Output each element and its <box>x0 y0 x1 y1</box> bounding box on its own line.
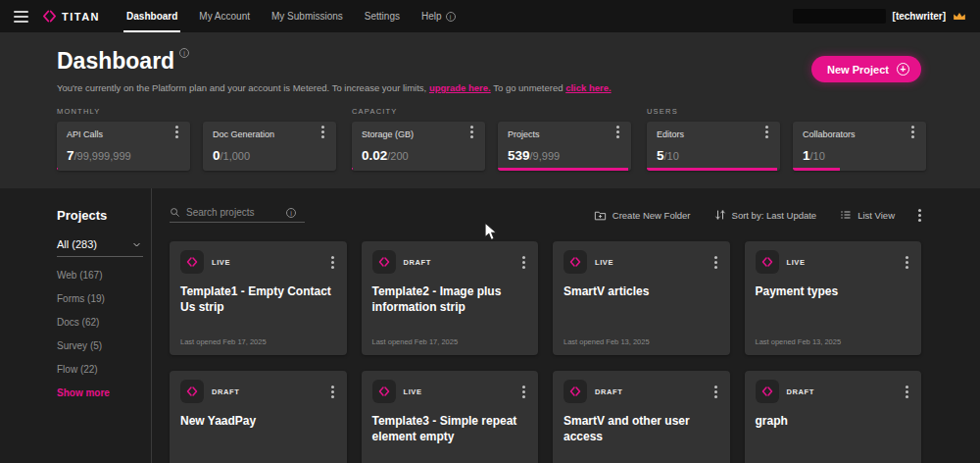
status-badge: LIVE <box>404 387 422 396</box>
stat-total: /9,999 <box>530 150 561 162</box>
project-logo-icon <box>756 380 779 403</box>
nav-item-help[interactable]: Help <box>411 0 466 32</box>
main-nav: Dashboard My Account My Submissions Sett… <box>116 0 466 32</box>
project-title: SmartV articles <box>564 283 719 299</box>
create-new-folder-button[interactable]: Create New Folder <box>594 209 691 222</box>
sort-icon <box>714 209 726 221</box>
nav-item-dashboard[interactable]: Dashboard <box>116 0 188 32</box>
project-card[interactable]: LIVE Template1 - Empty Contact Us strip … <box>170 241 347 355</box>
project-filter-dropdown[interactable]: All (283) <box>57 238 143 257</box>
project-logo-icon <box>564 250 587 274</box>
project-card[interactable]: DRAFT SmartV and other user access Last … <box>553 371 730 463</box>
folder-plus-icon <box>594 209 607 222</box>
project-title: New YaadPay <box>180 413 336 429</box>
projects-sidebar: Projects All (283) Web (167) Forms (19) … <box>0 188 152 463</box>
create-new-folder-label: Create New Folder <box>612 210 691 221</box>
kebab-menu-icon[interactable] <box>470 130 473 133</box>
hamburger-menu-icon[interactable] <box>14 11 28 23</box>
search-box <box>170 207 305 223</box>
progress-bar <box>57 168 58 171</box>
project-logo-icon <box>372 380 396 403</box>
stat-title: Projects <box>508 129 621 139</box>
new-project-label: New Project <box>827 64 889 76</box>
stat-total: /99,999,999 <box>74 150 131 162</box>
sidebar-title: Projects <box>57 208 151 223</box>
search-info-icon <box>286 208 296 218</box>
kebab-menu-icon[interactable] <box>522 261 525 264</box>
project-filter-value: All (283) <box>57 238 97 250</box>
project-title: graph <box>756 413 911 429</box>
upgrade-here-link[interactable]: upgrade here. <box>429 82 491 93</box>
kebab-menu-icon[interactable] <box>906 261 908 264</box>
top-navbar: TITAN Dashboard My Account My Submission… <box>0 0 980 32</box>
dashboard-header-section: Dashboard You're currently on the Platfo… <box>0 32 980 188</box>
nav-item-my-account[interactable]: My Account <box>188 0 261 32</box>
stat-group-monthly: MONTHLY API Calls 7/99,999,999 Doc Gener… <box>57 107 336 171</box>
sidebar-item-docs[interactable]: Docs (62) <box>57 317 151 328</box>
nav-item-help-label: Help <box>421 11 442 22</box>
project-card[interactable]: DRAFT graph Last opened Feb 03, 2025 <box>745 371 922 463</box>
kebab-menu-icon[interactable] <box>714 261 717 264</box>
last-opened-label: Last opened Feb 17, 2025 <box>180 337 336 346</box>
stat-title: Editors <box>657 129 770 139</box>
kebab-menu-icon[interactable] <box>906 390 908 393</box>
stat-value: 0 <box>213 148 220 163</box>
stat-group-label: CAPACITY <box>352 107 631 116</box>
list-view-button[interactable]: List View <box>840 209 895 221</box>
project-logo-icon <box>372 250 396 274</box>
sort-by-button[interactable]: Sort by: Last Update <box>714 209 817 221</box>
nav-item-settings[interactable]: Settings <box>354 0 411 32</box>
sidebar-item-survey[interactable]: Survey (5) <box>57 340 151 351</box>
project-card[interactable]: LIVE Template3 - Simple repeat element e… <box>362 371 539 463</box>
plan-notice-mid: To go unmetered <box>491 82 565 93</box>
progress-bar <box>352 168 353 171</box>
kebab-menu-icon[interactable] <box>765 130 768 133</box>
user-name-redacted <box>793 9 886 24</box>
project-card[interactable]: DRAFT New YaadPay Last opened Feb 13, 20… <box>170 371 347 463</box>
stat-total: /1,000 <box>220 150 251 162</box>
progress-bar <box>647 168 777 171</box>
kebab-menu-icon[interactable] <box>522 390 525 393</box>
kebab-menu-icon[interactable] <box>175 130 178 133</box>
new-project-button[interactable]: New Project + <box>811 56 921 82</box>
last-opened-label: Last opened Feb 17, 2025 <box>372 337 528 346</box>
click-here-link[interactable]: click here. <box>565 82 611 93</box>
project-title: Template1 - Empty Contact Us strip <box>180 283 336 315</box>
stat-total: /10 <box>664 150 679 162</box>
status-badge: DRAFT <box>212 387 239 396</box>
project-card[interactable]: LIVE SmartV articles Last opened Feb 13,… <box>553 241 730 355</box>
kebab-menu-icon[interactable] <box>331 390 334 393</box>
status-badge: LIVE <box>595 258 613 267</box>
stat-value: 5 <box>657 148 664 163</box>
project-title: Payment types <box>756 283 911 299</box>
stat-total: /200 <box>387 150 408 162</box>
sidebar-item-flow[interactable]: Flow (22) <box>57 364 151 375</box>
kebab-menu-icon[interactable] <box>911 130 914 133</box>
stat-card-doc-generation: Doc Generation 0/1,000 <box>203 122 336 171</box>
projects-grid: LIVE Template1 - Empty Contact Us strip … <box>170 241 921 463</box>
project-logo-icon <box>756 250 779 274</box>
project-card[interactable]: DRAFT Template2 - Image plus information… <box>362 241 539 355</box>
stat-title: Doc Generation <box>213 129 326 139</box>
list-icon <box>840 209 852 221</box>
toolbar-kebab-menu-icon[interactable] <box>918 214 921 217</box>
sidebar-item-web[interactable]: Web (167) <box>57 270 151 281</box>
kebab-menu-icon[interactable] <box>616 130 619 133</box>
project-title: Template3 - Simple repeat element empty <box>372 413 528 444</box>
stat-total: /10 <box>810 150 825 162</box>
kebab-menu-icon[interactable] <box>331 261 334 264</box>
stat-card-api-calls: API Calls 7/99,999,999 <box>57 122 190 171</box>
list-view-label: List View <box>858 210 895 221</box>
search-input[interactable] <box>186 207 276 218</box>
project-card[interactable]: LIVE Payment types Last opened Feb 13, 2… <box>745 241 922 355</box>
projects-toolbar: Create New Folder Sort by: Last Update <box>170 204 921 226</box>
crown-icon <box>953 11 966 22</box>
kebab-menu-icon[interactable] <box>321 130 324 133</box>
show-more-link[interactable]: Show more <box>57 387 151 398</box>
nav-item-my-submissions[interactable]: My Submissions <box>261 0 354 32</box>
titan-logo-icon <box>42 9 57 24</box>
user-role-label: [techwriter] <box>893 11 946 22</box>
brand-logo[interactable]: TITAN <box>42 9 100 24</box>
kebab-menu-icon[interactable] <box>714 390 717 393</box>
sidebar-item-forms[interactable]: Forms (19) <box>57 293 151 304</box>
